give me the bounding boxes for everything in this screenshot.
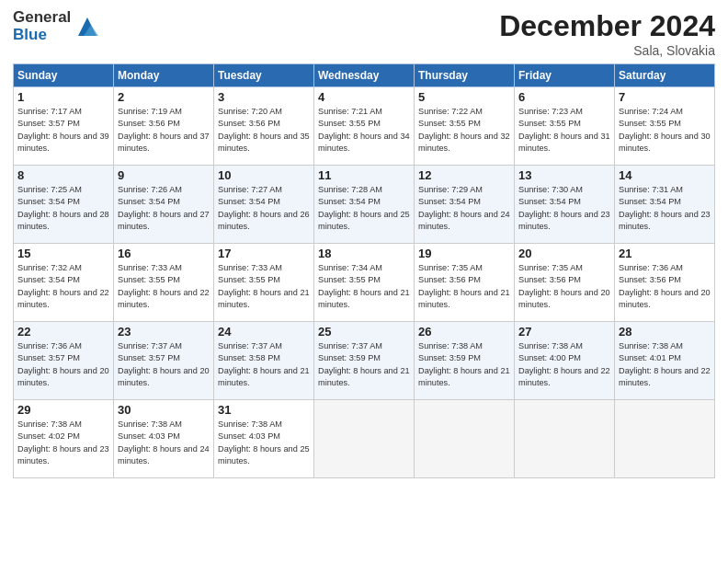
- sunset-label: Sunset: 3:56 PM: [619, 275, 681, 284]
- day-info: Sunrise: 7:37 AM Sunset: 3:58 PM Dayligh…: [218, 340, 310, 389]
- calendar-cell: 4 Sunrise: 7:21 AM Sunset: 3:55 PM Dayli…: [314, 87, 415, 166]
- day-info: Sunrise: 7:20 AM Sunset: 3:56 PM Dayligh…: [218, 106, 310, 155]
- sunrise-label: Sunrise: 7:20 AM: [218, 107, 282, 116]
- month-title: December 2024: [499, 9, 715, 43]
- daylight-label: Daylight: 8 hours and 27 minutes.: [118, 210, 210, 231]
- sunset-label: Sunset: 3:57 PM: [17, 119, 80, 128]
- sunset-label: Sunset: 3:54 PM: [118, 197, 180, 206]
- sunrise-label: Sunrise: 7:28 AM: [318, 185, 382, 194]
- day-info: Sunrise: 7:28 AM Sunset: 3:54 PM Dayligh…: [318, 184, 410, 233]
- th-saturday: Saturday: [615, 64, 715, 87]
- th-friday: Friday: [515, 64, 615, 87]
- calendar-row: 8 Sunrise: 7:25 AM Sunset: 3:54 PM Dayli…: [14, 166, 715, 244]
- sunrise-label: Sunrise: 7:27 AM: [218, 185, 282, 194]
- day-info: Sunrise: 7:30 AM Sunset: 3:54 PM Dayligh…: [518, 184, 610, 233]
- day-number: 17: [218, 247, 310, 260]
- day-info: Sunrise: 7:24 AM Sunset: 3:55 PM Dayligh…: [619, 106, 711, 155]
- calendar-cell: 14 Sunrise: 7:31 AM Sunset: 3:54 PM Dayl…: [615, 166, 715, 244]
- day-info: Sunrise: 7:31 AM Sunset: 3:54 PM Dayligh…: [619, 184, 711, 233]
- day-number: 31: [218, 403, 310, 417]
- sunset-label: Sunset: 3:55 PM: [118, 275, 180, 284]
- sunset-label: Sunset: 3:56 PM: [118, 119, 180, 128]
- calendar-cell: 15 Sunrise: 7:32 AM Sunset: 3:54 PM Dayl…: [14, 244, 114, 322]
- logo: General Blue: [13, 9, 100, 43]
- sunset-label: Sunset: 4:03 PM: [218, 431, 280, 441]
- calendar-cell: 19 Sunrise: 7:35 AM Sunset: 3:56 PM Dayl…: [415, 244, 515, 322]
- calendar-cell: 9 Sunrise: 7:26 AM Sunset: 3:54 PM Dayli…: [114, 166, 214, 244]
- calendar-row: 22 Sunrise: 7:36 AM Sunset: 3:57 PM Dayl…: [14, 322, 715, 400]
- daylight-label: Daylight: 8 hours and 37 minutes.: [118, 132, 210, 153]
- daylight-label: Daylight: 8 hours and 22 minutes.: [17, 288, 109, 309]
- sunset-label: Sunset: 4:02 PM: [17, 431, 80, 441]
- day-number: 6: [518, 90, 610, 104]
- sunset-label: Sunset: 3:59 PM: [318, 353, 381, 362]
- sunrise-label: Sunrise: 7:36 AM: [619, 263, 683, 272]
- daylight-label: Daylight: 8 hours and 21 minutes.: [218, 366, 310, 387]
- calendar-cell: 16 Sunrise: 7:33 AM Sunset: 3:55 PM Dayl…: [114, 244, 214, 322]
- day-info: Sunrise: 7:33 AM Sunset: 3:55 PM Dayligh…: [118, 262, 210, 311]
- day-info: Sunrise: 7:22 AM Sunset: 3:55 PM Dayligh…: [418, 106, 510, 155]
- daylight-label: Daylight: 8 hours and 21 minutes.: [318, 288, 410, 309]
- day-number: 3: [218, 90, 310, 104]
- sunrise-label: Sunrise: 7:37 AM: [118, 341, 182, 350]
- sunset-label: Sunset: 3:55 PM: [518, 119, 581, 128]
- daylight-label: Daylight: 8 hours and 20 minutes.: [619, 288, 711, 309]
- th-thursday: Thursday: [415, 64, 515, 87]
- day-number: 13: [518, 168, 610, 182]
- calendar-cell: 27 Sunrise: 7:38 AM Sunset: 4:00 PM Dayl…: [515, 322, 615, 400]
- day-info: Sunrise: 7:38 AM Sunset: 3:59 PM Dayligh…: [418, 340, 510, 389]
- sunset-label: Sunset: 4:03 PM: [118, 431, 180, 441]
- sunset-label: Sunset: 4:00 PM: [518, 353, 581, 362]
- daylight-label: Daylight: 8 hours and 23 minutes.: [17, 444, 109, 465]
- calendar: Sunday Monday Tuesday Wednesday Thursday…: [13, 63, 715, 478]
- daylight-label: Daylight: 8 hours and 39 minutes.: [17, 132, 109, 153]
- sunset-label: Sunset: 3:54 PM: [17, 275, 80, 284]
- th-tuesday: Tuesday: [214, 64, 314, 87]
- daylight-label: Daylight: 8 hours and 21 minutes.: [418, 288, 510, 309]
- day-info: Sunrise: 7:36 AM Sunset: 3:56 PM Dayligh…: [619, 262, 711, 311]
- day-info: Sunrise: 7:27 AM Sunset: 3:54 PM Dayligh…: [218, 184, 310, 233]
- sunrise-label: Sunrise: 7:34 AM: [318, 263, 382, 272]
- day-number: 5: [418, 90, 510, 104]
- sunrise-label: Sunrise: 7:38 AM: [518, 341, 583, 350]
- day-info: Sunrise: 7:29 AM Sunset: 3:54 PM Dayligh…: [418, 184, 510, 233]
- sunset-label: Sunset: 3:56 PM: [418, 275, 481, 284]
- day-number: 8: [17, 168, 109, 182]
- sunset-label: Sunset: 3:54 PM: [418, 197, 481, 206]
- day-info: Sunrise: 7:36 AM Sunset: 3:57 PM Dayligh…: [17, 340, 109, 389]
- day-info: Sunrise: 7:19 AM Sunset: 3:56 PM Dayligh…: [118, 106, 210, 155]
- sunrise-label: Sunrise: 7:38 AM: [619, 341, 683, 350]
- calendar-cell: 24 Sunrise: 7:37 AM Sunset: 3:58 PM Dayl…: [214, 322, 314, 400]
- calendar-cell: [415, 400, 515, 478]
- sunrise-label: Sunrise: 7:37 AM: [218, 341, 282, 350]
- daylight-label: Daylight: 8 hours and 20 minutes.: [118, 366, 210, 387]
- day-number: 28: [619, 325, 711, 339]
- calendar-cell: 12 Sunrise: 7:29 AM Sunset: 3:54 PM Dayl…: [415, 166, 515, 244]
- header: General Blue December 2024 Sala, Slovaki…: [13, 9, 715, 58]
- sunset-label: Sunset: 3:55 PM: [318, 119, 381, 128]
- sunrise-label: Sunrise: 7:38 AM: [218, 419, 282, 429]
- day-info: Sunrise: 7:38 AM Sunset: 4:03 PM Dayligh…: [218, 419, 310, 467]
- day-number: 7: [619, 90, 711, 104]
- sunrise-label: Sunrise: 7:29 AM: [418, 185, 483, 194]
- daylight-label: Daylight: 8 hours and 32 minutes.: [418, 132, 510, 153]
- daylight-label: Daylight: 8 hours and 24 minutes.: [118, 444, 210, 465]
- day-info: Sunrise: 7:23 AM Sunset: 3:55 PM Dayligh…: [518, 106, 610, 155]
- daylight-label: Daylight: 8 hours and 22 minutes.: [619, 366, 711, 387]
- sunrise-label: Sunrise: 7:30 AM: [518, 185, 583, 194]
- calendar-cell: [515, 400, 615, 478]
- calendar-cell: 1 Sunrise: 7:17 AM Sunset: 3:57 PM Dayli…: [14, 87, 114, 166]
- sunset-label: Sunset: 3:54 PM: [218, 197, 280, 206]
- daylight-label: Daylight: 8 hours and 24 minutes.: [418, 210, 510, 231]
- daylight-label: Daylight: 8 hours and 25 minutes.: [318, 210, 410, 231]
- sunrise-label: Sunrise: 7:17 AM: [17, 107, 82, 116]
- sunrise-label: Sunrise: 7:35 AM: [418, 263, 483, 272]
- daylight-label: Daylight: 8 hours and 21 minutes.: [218, 288, 310, 309]
- day-number: 26: [418, 325, 510, 339]
- daylight-label: Daylight: 8 hours and 31 minutes.: [518, 132, 610, 153]
- sunset-label: Sunset: 3:54 PM: [17, 197, 80, 206]
- sunset-label: Sunset: 3:57 PM: [118, 353, 180, 362]
- title-block: December 2024 Sala, Slovakia: [499, 9, 715, 58]
- th-wednesday: Wednesday: [314, 64, 415, 87]
- sunrise-label: Sunrise: 7:33 AM: [218, 263, 282, 272]
